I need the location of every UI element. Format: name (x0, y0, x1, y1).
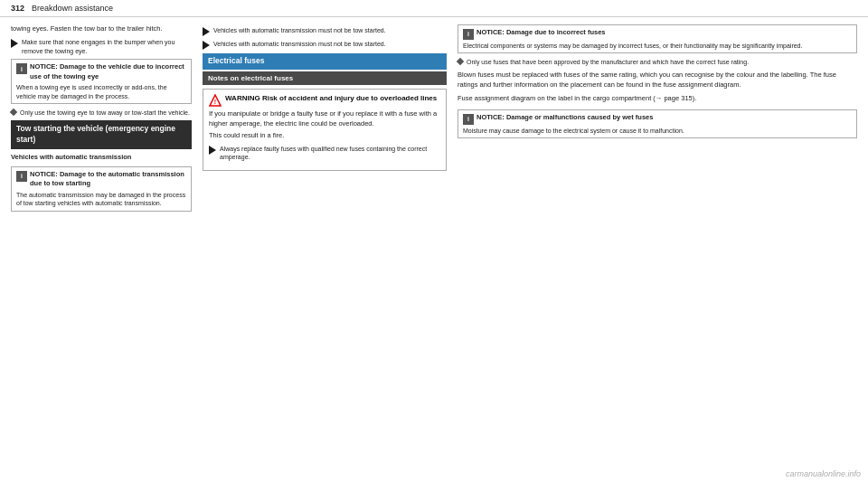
col-mid-inner: Vehicles with automatic transmission mus… (203, 24, 447, 171)
col-right: i NOTICE: Damage due to incorrect fuses … (458, 24, 857, 467)
col-left: towing eyes. Fasten the tow bar to the t… (11, 24, 192, 467)
bullet-1: Make sure that none engages in the bumpe… (11, 38, 192, 56)
notice-body-right-2: Moisture may cause damage to the electri… (463, 127, 852, 135)
warning-triangle-icon: ! (209, 94, 222, 107)
arrow-icon-2 (203, 27, 210, 36)
warning-title: WARNING Risk of accident and injury due … (225, 94, 437, 103)
intro-text: towing eyes. Fasten the tow bar to the t… (11, 24, 192, 34)
notice-header-right-2: i NOTICE: Damage or malfunctions caused … (463, 113, 852, 125)
page-title: Breakdown assistance (32, 4, 113, 13)
fuse-text-2: Fuse assignment diagram on the label in … (458, 94, 857, 104)
page-number: 312 (11, 4, 24, 13)
watermark: carmanualonline.info (786, 469, 861, 478)
notice-box-1: i NOTICE: Damage to the vehicle due to i… (11, 59, 192, 104)
notice-icon-1: i (16, 63, 27, 74)
notice-icon-2: i (16, 171, 27, 182)
notice-title-2: NOTICE: Damage to the automatic transmis… (30, 170, 186, 189)
notice-body-1: When a towing eye is used incorrectly or… (16, 83, 186, 100)
notice-box-right-2: i NOTICE: Damage or malfunctions caused … (458, 109, 857, 138)
warning-body-1: If you manipulate or bridge a faulty fus… (209, 109, 440, 128)
notice-title-right-1: NOTICE: Damage due to incorrect fuses (476, 28, 606, 38)
auto-bullet-2: Vehicles with automatic transmission mus… (203, 40, 447, 50)
header-bar: 312 Breakdown assistance (0, 0, 868, 17)
notice-icon-right-1: i (463, 29, 474, 40)
vehicles-automatic-label: Vehicles with automatic transmission (11, 153, 192, 163)
svg-text:!: ! (214, 99, 216, 105)
bullet2-text: Only use the towing eye to tow away or t… (20, 109, 190, 118)
notice-title-1: NOTICE: Damage to the vehicle due to inc… (30, 62, 186, 81)
warning-body-2: This could result in a fire. (209, 131, 440, 141)
arrow-icon-3 (203, 41, 210, 50)
notice-title-right-2: NOTICE: Damage or malfunctions caused by… (476, 113, 653, 123)
tow-section-bar: Tow starting the vehicle (emergency engi… (11, 120, 192, 149)
notice-icon-right-2: i (463, 114, 474, 125)
auto-bullet-1: Vehicles with automatic transmission mus… (203, 26, 447, 36)
diamond-icon-right (457, 58, 464, 65)
diamond-bullet-right: Only use fuses that have been approved b… (458, 58, 857, 67)
notice-header-2: i NOTICE: Damage to the automatic transm… (16, 170, 186, 189)
fuse-text-1: Blown fuses must be replaced with fuses … (458, 71, 857, 90)
notice-body-2: The automatic transmission may be damage… (16, 191, 186, 208)
notice-header-1: i NOTICE: Damage to the vehicle due to i… (16, 62, 186, 81)
tow-section-label: Tow starting the vehicle (emergency engi… (16, 124, 175, 144)
section-heading-bar: Electrical fuses (203, 53, 447, 70)
diamond-bullet-1: Only use the towing eye to tow away or t… (11, 109, 192, 118)
notice-header-right-1: i NOTICE: Damage due to incorrect fuses (463, 28, 852, 40)
main-content: towing eyes. Fasten the tow bar to the t… (0, 17, 868, 474)
right-bullet1: Only use fuses that have been approved b… (467, 58, 749, 67)
arrow-icon (11, 39, 18, 48)
notice-box-right-1: i NOTICE: Damage due to incorrect fuses … (458, 24, 857, 53)
section-label: Electrical fuses (208, 56, 264, 65)
bullet1-text: Make sure that none engages in the bumpe… (22, 38, 192, 56)
col-mid: Vehicles with automatic transmission mus… (203, 24, 447, 467)
warning-bullet: Always replace faulty fuses with qualifi… (209, 145, 440, 163)
warning-box: ! WARNING Risk of accident and injury du… (203, 89, 447, 171)
arrow-icon-4 (209, 146, 216, 155)
subsection-label: Notes on electrical fuses (208, 74, 293, 82)
auto-text-1: Vehicles with automatic transmission mus… (213, 26, 386, 35)
diamond-icon (10, 109, 17, 116)
warning-header: ! WARNING Risk of accident and injury du… (209, 94, 440, 107)
notice-body-right-1: Electrical components or systems may be … (463, 42, 852, 50)
warning-body-3: Always replace faulty fuses with qualifi… (220, 145, 440, 163)
auto-text-2: Vehicles with automatic transmission mus… (213, 40, 386, 49)
notice-box-2: i NOTICE: Damage to the automatic transm… (11, 166, 192, 212)
sub-heading-bar: Notes on electrical fuses (203, 71, 447, 85)
